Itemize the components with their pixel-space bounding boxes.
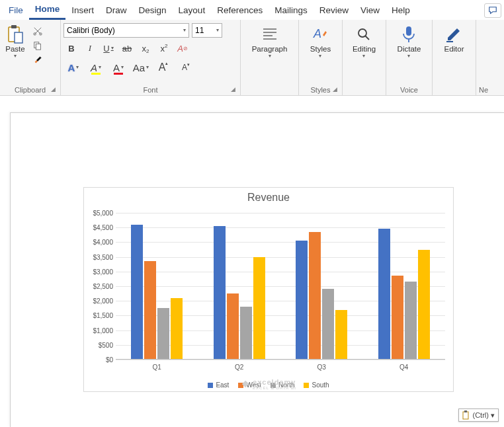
copy-button[interactable] xyxy=(31,40,44,52)
svg-rect-6 xyxy=(36,44,40,50)
font-name-value: Calibri (Body) xyxy=(67,26,115,35)
chart-y-axis: $0$500$1,000$1,500$2,000$2,500$3,000$3,5… xyxy=(87,213,114,360)
bar-cluster: Q4 xyxy=(363,213,446,360)
font-color-button[interactable]: A▾ xyxy=(108,59,128,76)
clipboard-launcher[interactable]: ◢ xyxy=(51,86,59,94)
paste-options-smart-tag[interactable]: (Ctrl) ▾ xyxy=(458,408,499,422)
svg-marker-10 xyxy=(242,381,249,388)
highlight-button[interactable]: A▾ xyxy=(86,59,106,76)
x-label: Q3 xyxy=(317,364,326,371)
y-tick: $5,000 xyxy=(93,210,113,217)
y-tick: $1,000 xyxy=(93,327,113,334)
paragraph-label: Paragraph xyxy=(252,45,288,53)
comment-icon xyxy=(488,6,497,15)
legend-swatch xyxy=(304,383,309,388)
group-label-clipboard: Clipboard xyxy=(3,85,58,95)
x-label: Q4 xyxy=(399,364,408,371)
brush-icon xyxy=(33,56,42,65)
mic-icon xyxy=(401,25,416,44)
copy-icon xyxy=(33,41,42,50)
bar-east xyxy=(296,241,308,360)
bar-south xyxy=(171,298,183,360)
superscript-button[interactable]: x2 xyxy=(156,41,172,56)
bar-cluster: Q3 xyxy=(280,213,363,360)
tab-review[interactable]: Review xyxy=(314,2,355,19)
paragraph-icon xyxy=(261,26,278,42)
tab-draw[interactable]: Draw xyxy=(100,2,133,19)
paste-options-label: (Ctrl) ▾ xyxy=(473,411,495,420)
bar-cluster: Q2 xyxy=(198,213,281,360)
font-name-dropdown[interactable]: Calibri (Body)▾ xyxy=(63,23,189,38)
svg-rect-12 xyxy=(464,410,467,412)
x-label: Q2 xyxy=(235,364,243,371)
tab-references[interactable]: References xyxy=(211,2,269,19)
font-size-dropdown[interactable]: 11▾ xyxy=(192,23,222,38)
format-painter-button[interactable] xyxy=(31,54,44,66)
cut-button[interactable] xyxy=(31,25,44,37)
editor-button[interactable]: Editor xyxy=(441,23,466,54)
bar-east xyxy=(378,229,390,360)
group-label-voice: Voice xyxy=(389,85,429,95)
y-tick: $3,500 xyxy=(93,253,113,260)
svg-rect-9 xyxy=(406,26,411,36)
paste-button[interactable]: Paste ▾ xyxy=(3,23,28,60)
chevron-down-icon: ▾ xyxy=(269,53,271,59)
editing-label: Editing xyxy=(353,45,376,53)
change-case-button[interactable]: Aa▾ xyxy=(131,59,151,76)
chart-bars: Q1Q2Q3Q4 xyxy=(116,213,445,360)
editing-button[interactable]: Editing ▾ xyxy=(350,23,378,60)
shrink-font-button[interactable]: A▾ xyxy=(176,59,196,76)
underline-button[interactable]: U▾ xyxy=(101,41,116,56)
clear-format-button[interactable]: A⊘ xyxy=(175,41,190,56)
logo-icon xyxy=(241,379,250,389)
bar-south xyxy=(335,310,347,360)
tab-help[interactable]: Help xyxy=(386,2,416,19)
italic-button[interactable]: I xyxy=(82,41,98,56)
tab-design[interactable]: Design xyxy=(133,2,173,19)
next-group-cutoff: Ne xyxy=(479,85,488,95)
y-tick: $500 xyxy=(99,341,113,348)
bar-north xyxy=(240,307,252,360)
y-tick: $2,000 xyxy=(93,297,113,305)
tab-file[interactable]: File xyxy=(3,2,29,19)
search-icon xyxy=(356,26,372,42)
dictate-label: Dictate xyxy=(398,45,421,53)
chart-plot-area: $0$500$1,000$1,500$2,000$2,500$3,000$3,5… xyxy=(116,213,445,360)
bar-south xyxy=(253,257,265,360)
bar-cluster: Q1 xyxy=(116,213,198,360)
chart-title: Revenue xyxy=(84,188,453,205)
editor-icon xyxy=(445,26,462,43)
styles-launcher[interactable]: ◢ xyxy=(333,86,341,94)
chevron-down-icon: ▾ xyxy=(362,53,365,59)
embedded-chart[interactable]: Revenue $0$500$1,000$1,500$2,000$2,500$3… xyxy=(83,187,454,392)
text-effects-button[interactable]: A▾ xyxy=(63,59,83,76)
svg-rect-1 xyxy=(11,25,17,28)
svg-text:A: A xyxy=(313,27,321,40)
bar-east xyxy=(214,226,226,360)
bar-north xyxy=(405,282,417,360)
tab-view[interactable]: View xyxy=(355,2,386,19)
bar-west xyxy=(309,232,321,360)
subscript-button[interactable]: x2 xyxy=(138,41,153,56)
bold-button[interactable]: B xyxy=(63,41,79,56)
tab-layout[interactable]: Layout xyxy=(173,2,212,19)
strike-button[interactable]: ab xyxy=(119,41,135,56)
font-launcher[interactable]: ◢ xyxy=(231,86,239,94)
dictate-button[interactable]: Dictate ▾ xyxy=(395,23,424,60)
comments-button[interactable] xyxy=(484,3,501,18)
tab-home[interactable]: Home xyxy=(29,1,66,20)
watermark: exceldemy EXCEL & DATA BI xyxy=(241,378,296,390)
y-tick: $4,000 xyxy=(93,239,113,246)
chevron-down-icon: ▾ xyxy=(14,53,17,59)
group-label-font: Font xyxy=(63,85,237,95)
paragraph-button[interactable]: Paragraph ▾ xyxy=(249,23,290,60)
tab-insert[interactable]: Insert xyxy=(65,2,100,19)
grow-font-button[interactable]: A▴ xyxy=(153,59,173,76)
bar-west xyxy=(392,276,403,360)
ribbon: Paste ▾ Clipboard ◢ Calibri (Body)▾ 11▾ … xyxy=(0,20,504,96)
chevron-down-icon: ▾ xyxy=(319,53,321,59)
styles-button[interactable]: A Styles ▾ xyxy=(308,23,333,60)
tab-mailings[interactable]: Mailings xyxy=(269,2,314,19)
document-page: Revenue $0$500$1,000$1,500$2,000$2,500$3… xyxy=(10,112,504,427)
bar-west xyxy=(144,261,156,360)
